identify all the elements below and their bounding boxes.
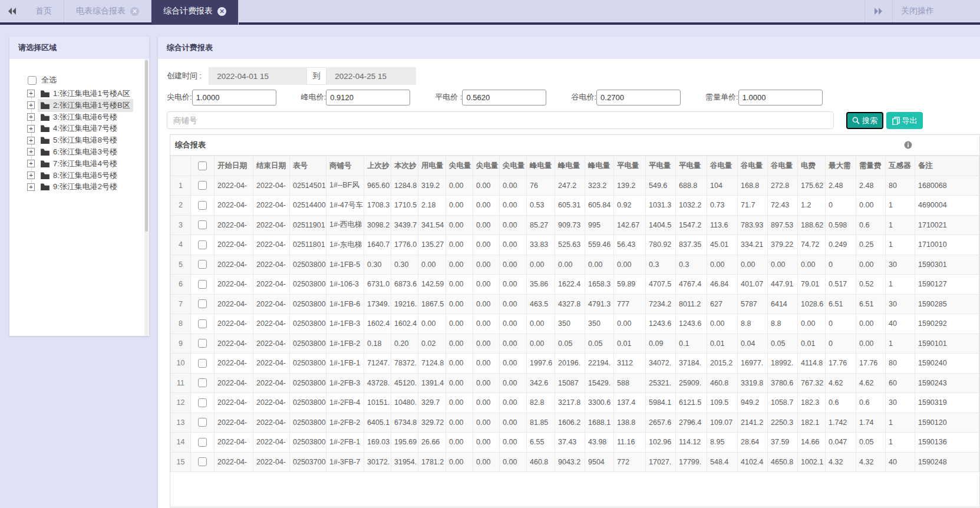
cell: 7234.2 <box>646 294 676 314</box>
tree-item-area[interactable]: +1:张江集电港1号楼A区 <box>27 88 133 100</box>
cell: 0.53 <box>527 196 555 216</box>
table-row: 92022-04-2022-04-025038001#-1FB-20.180.2… <box>171 334 979 354</box>
cell: 0.00 <box>473 235 500 255</box>
tree-item-area[interactable]: +9:张江集电港2号楼 <box>27 181 120 193</box>
cell: 0.00 <box>856 314 886 334</box>
cell: 1710021 <box>915 215 979 235</box>
tree-item-area[interactable]: +3:张江集电港6号楼 <box>27 111 120 123</box>
search-button[interactable]: 搜索 <box>846 112 883 129</box>
tree-item-area[interactable]: +6:张江集电港3号楼 <box>27 146 120 158</box>
price-input[interactable] <box>738 90 823 105</box>
cell: 6414 <box>768 294 798 314</box>
expand-plus-icon[interactable]: + <box>27 125 35 133</box>
export-button[interactable]: 导出 <box>886 112 923 129</box>
table-row: 122022-04-2022-04-025038001#-2FB-410151.… <box>171 393 979 413</box>
select-all-row[interactable]: 全选 <box>28 75 57 85</box>
expand-plus-icon[interactable]: + <box>27 160 35 167</box>
expand-plus-icon[interactable]: + <box>27 183 35 191</box>
price-input[interactable] <box>462 90 546 105</box>
tab-home-label: 首页 <box>35 6 52 17</box>
row-checkbox[interactable] <box>198 201 207 210</box>
expand-plus-icon[interactable]: + <box>27 171 35 179</box>
cell: 139.2 <box>614 176 646 196</box>
cell: 0.00 <box>798 255 826 275</box>
close-tab-icon[interactable]: ✕ <box>130 7 139 16</box>
column-header: 尖电量 <box>446 156 473 176</box>
date-from-input[interactable] <box>209 67 306 85</box>
row-checkbox[interactable] <box>198 299 207 308</box>
row-checkbox[interactable] <box>198 359 207 368</box>
row-checkbox[interactable] <box>198 438 207 447</box>
cell: 0.00 <box>768 255 798 275</box>
row-checkbox[interactable] <box>198 240 207 249</box>
row-checkbox[interactable] <box>198 280 207 289</box>
row-checkbox[interactable] <box>198 181 207 190</box>
column-header: 尖电量 <box>473 156 500 176</box>
cell: 1590301 <box>915 255 979 275</box>
tab-billing-report[interactable]: 综合计费报表 ✕ <box>151 0 239 25</box>
sidebar-scrollbar-thumb[interactable] <box>145 60 148 232</box>
expand-plus-icon[interactable]: + <box>27 148 35 156</box>
tab-meter-report[interactable]: 电表综合报表 ✕ <box>64 0 151 22</box>
cell: 0.73 <box>707 196 738 216</box>
date-to-input[interactable] <box>326 67 416 85</box>
close-operations-menu[interactable]: 关闭操作 <box>893 0 980 22</box>
tree-item-area[interactable]: +2:张江集电港1号楼B区 <box>27 100 133 111</box>
row-checkbox[interactable] <box>198 319 207 328</box>
row-checkbox[interactable] <box>198 339 207 348</box>
tree-item-area[interactable]: +4:张江集电港7号楼 <box>27 123 120 134</box>
select-all-checkbox[interactable] <box>28 76 37 85</box>
select-all-rows-checkbox[interactable] <box>198 161 207 170</box>
cell: 02503800 <box>290 314 326 334</box>
expand-plus-icon[interactable]: + <box>27 113 35 121</box>
close-tab-icon[interactable]: ✕ <box>217 7 226 16</box>
cell: 30 <box>886 294 915 314</box>
expand-plus-icon[interactable]: + <box>27 137 35 144</box>
sidebar-scrollbar[interactable] <box>144 59 149 336</box>
cell: 1391.4 <box>418 373 446 393</box>
cell: 40 <box>886 452 915 472</box>
price-label: 平电价 : <box>435 92 462 103</box>
row-checkbox[interactable] <box>198 260 207 269</box>
cell: 0.00 <box>798 314 826 334</box>
cell: 02503800 <box>290 373 326 393</box>
cell: 4767.4 <box>676 275 707 295</box>
row-checkbox[interactable] <box>198 457 207 466</box>
cell: 0.92 <box>614 196 646 216</box>
table-row: 132022-04-2022-04-025038001#-2FB-26405.1… <box>171 413 979 433</box>
row-number: 1 <box>171 176 191 196</box>
cell: 2022-04- <box>215 294 253 314</box>
cell: 43.98 <box>585 433 614 453</box>
tree-item-label: 3:张江集电港6号楼 <box>53 112 117 123</box>
shop-no-input[interactable] <box>167 111 834 129</box>
cell: 02503800 <box>290 294 326 314</box>
price-input[interactable] <box>326 90 410 105</box>
column-header: 谷电量 <box>738 156 768 176</box>
row-checkbox[interactable] <box>198 378 207 387</box>
cell: 588 <box>614 373 646 393</box>
row-checkbox[interactable] <box>198 418 207 427</box>
row-checkbox[interactable] <box>198 398 207 407</box>
tree-item-label: 2:张江集电港1号楼B区 <box>53 100 130 111</box>
tree-item-area[interactable]: +8:张江集电港5号楼 <box>27 170 120 182</box>
price-input[interactable] <box>192 90 276 105</box>
cell: 26.66 <box>418 433 446 453</box>
tab-billing-report-label: 综合计费报表 <box>163 6 213 17</box>
row-number: 5 <box>171 255 191 275</box>
price-input[interactable] <box>596 90 681 105</box>
cell: 17349. <box>364 294 391 314</box>
cell: 780.92 <box>646 235 676 255</box>
tree-item-area[interactable]: +5:张江集电港8号楼 <box>27 134 120 146</box>
expand-plus-icon[interactable]: + <box>27 90 35 97</box>
info-icon[interactable] <box>904 141 912 149</box>
rewind-tabs-icon[interactable] <box>0 0 24 22</box>
cell: 0.00 <box>500 235 527 255</box>
expand-plus-icon[interactable]: + <box>27 101 35 109</box>
column-header: 表号 <box>290 156 326 176</box>
tree-item-area[interactable]: +7:张江集电港4号楼 <box>27 158 120 170</box>
cell: 837.35 <box>676 235 707 255</box>
cell: 1058.7 <box>768 393 798 413</box>
forward-tabs-icon[interactable] <box>864 0 893 22</box>
row-checkbox[interactable] <box>198 220 207 229</box>
tab-home[interactable]: 首页 <box>24 0 64 22</box>
